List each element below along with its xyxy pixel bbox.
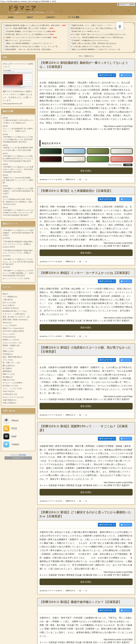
recommendation-thumb[interactable] xyxy=(87,156,109,162)
category-link[interactable]: 半沢直樹(11) xyxy=(3,353,34,356)
news-link[interactable]: 初めての妊娠で喜んでくれるかと思ったら実母が「ふーん、そう」の一言。... xyxy=(3,45,67,48)
category-link[interactable]: Oh,My Dad!!(12) xyxy=(3,336,34,338)
trackback-antenna-icon[interactable] xyxy=(85,179,87,180)
category-link[interactable]: あまちゃん(144) xyxy=(3,301,34,304)
back-to-top-button[interactable] xyxy=(116,22,124,30)
hatena-bookmark-button[interactable]: B!ブックマーク0 xyxy=(98,279,116,283)
category-link[interactable]: 刑事110キロ xyxy=(65,260,75,263)
read-more-button[interactable]: 続きを読む xyxy=(40,578,133,585)
category-link[interactable]: 刑事110キロ xyxy=(65,500,75,502)
category-link[interactable]: 救命病棟24時 第5シリーズ(11) xyxy=(3,310,34,312)
gamerch-ad-badge[interactable]: PR Gamerchゲーム攻略Wiki xyxy=(117,3,135,6)
category-link[interactable]: 鴨、京都へ行く。(10) xyxy=(3,361,34,364)
recent-article-link[interactable]: (09/29)【八重の桜 第39話】今日のは完全にキャラが変わってる【綾瀬はるか… xyxy=(3,116,34,124)
tweet-button[interactable]: ツイート xyxy=(119,197,132,201)
comments-icon[interactable] xyxy=(79,590,81,592)
browser-url[interactable]: http://2chdoramania.seesaa.net/category/… xyxy=(0,0,136,3)
taxel-logo[interactable]: ▲TAXEL xyxy=(123,164,132,166)
category-link[interactable]: 警視庁捜査一課9係 season8(10) xyxy=(3,318,34,321)
hatena-bookmark-button[interactable]: B!ブックマーク0 xyxy=(98,197,116,201)
tweet-button[interactable]: ツイート xyxy=(119,279,132,283)
trackback-antenna-icon[interactable] xyxy=(85,500,87,502)
hatena-bookmark-button[interactable]: B!ブックマーク0 xyxy=(98,523,116,527)
hatena-bookmark-button[interactable]: B!ブックマーク0 xyxy=(98,73,116,77)
category-link[interactable]: SUMMER NUDE(12) xyxy=(3,307,34,310)
news-link[interactable]: 【日向坂46】高瀬愛奈、ガチで人気がジワジワ上がっている模様NEW! xyxy=(3,30,67,33)
tweet-button[interactable]: ツイート xyxy=(119,73,132,77)
nav-item[interactable]: アンテナ速報 xyxy=(66,16,81,18)
nav-item[interactable]: CONTACT xyxy=(45,16,56,18)
category-link[interactable]: 家族ゲーム(10) xyxy=(3,373,34,376)
tweet-button[interactable]: ツイート xyxy=(119,608,132,612)
comments-icon[interactable] xyxy=(79,336,81,337)
category-link[interactable]: みんな！エスパーだよ(12) xyxy=(3,396,34,399)
category-link[interactable]: 孤独のグルメ Season3(13) xyxy=(3,327,34,330)
category-link[interactable]: DOCTORS 2 最強の名医(9) xyxy=(3,330,34,332)
news-scrollbar[interactable]: ▲ ▼ xyxy=(133,23,134,52)
tweet-button[interactable]: ツイート xyxy=(119,523,132,527)
hatena-bookmark-button[interactable]: B!ブックマーク0 xyxy=(98,608,116,612)
recent-article-link[interactable]: (09/27)【NHK連続テレビ小説あまちゃん】遂にあと最終回を残すのみになって… xyxy=(3,152,34,162)
category-link[interactable]: 激流～私を憶えていますか？～(8) xyxy=(3,316,34,318)
news-link[interactable]: ももクロ、9/6(金) 豊洲PIT開催『黒フェス2019』出演決定！...NEW… xyxy=(3,27,67,30)
category-link[interactable]: ショムニ2013(11) xyxy=(3,324,34,327)
category-link[interactable]: 35歳の高校生(11) xyxy=(3,399,34,402)
recent-article-link[interactable]: (09/25)【NHK連続テレビ小説あまちゃん】薬師丸最高や！【9月25日第15… xyxy=(3,185,34,195)
news-link[interactable]: ヒカキンさん、1900万円の腕時計を買うも金属アレルギーで即手放すはめ... xyxy=(69,36,132,39)
category-link[interactable]: ラスト・シンデレラ(10) xyxy=(3,387,34,390)
category-link[interactable]: 刑事110キロ(8) xyxy=(3,378,34,382)
tweet-button[interactable]: ツイート xyxy=(119,358,132,362)
contact-link-twitter[interactable]: Twitter xyxy=(3,442,34,447)
article-source-url[interactable]: http://www.tv-asahi.co.jp/110kg/ xyxy=(40,481,133,484)
recent-comment-link[interactable]: 【半沢直樹 第10話最終回】続編は映画じゃなくドラマにして下さい【堺雅人】by … xyxy=(3,249,34,257)
recent-article-link[interactable]: (09/28)【町医者ジャンボ!! 第13話最終回】棒霊からの流れが酷くてﾜﾛﾀ… xyxy=(3,144,34,152)
article-source-url[interactable]: http://www.tv-asahi.co.jp/110kg/ xyxy=(40,242,133,244)
category-link[interactable]: 雑記(7) xyxy=(3,292,34,295)
moved-site-link[interactable]: www.japandorama.net/ xyxy=(3,102,22,104)
recent-comment-link[interactable]: 【NHK連続テレビ小説あまちゃん】鈴木のバッパの車庫の場面感動した！【9月9日第… xyxy=(3,269,34,280)
news-link[interactable]: ●テレビ朝日・青木理「仮にバカにしたとしてこんなに批判されなきゃいけな... xyxy=(69,33,132,36)
category-link[interactable]: スターマン・この星の恋(11) xyxy=(3,312,34,316)
trackback-antenna-icon[interactable] xyxy=(85,261,87,262)
category-link[interactable]: ガリレオ(11) xyxy=(3,358,34,361)
recent-article-link[interactable]: (09/28)【NHK連続テレビ小説あまちゃん】涙なしだけど綺麗に終わったね【9… xyxy=(3,133,34,143)
category-link[interactable]: 刑事110キロ xyxy=(65,335,75,338)
category-link[interactable]: 遺留捜査(9) xyxy=(3,370,34,373)
tweet-button[interactable]: ツイート xyxy=(119,437,132,440)
article-source-url[interactable]: http://www.tv-asahi.co.jp/110kg/ xyxy=(40,395,133,398)
category-link[interactable]: 雲の階段(10) xyxy=(3,376,34,378)
read-more-button[interactable]: 続きを読む xyxy=(40,168,133,174)
recent-article-link[interactable]: (09/29)【リミット 第12話最終回】何にも解決してない！！！ 【桜庭ななみ… xyxy=(3,125,34,132)
breadcrumb-top-link[interactable]: TOP xyxy=(78,55,82,57)
category-link[interactable]: 空飛ぶ広報室(11) xyxy=(3,402,34,404)
news-link[interactable]: 【愛知トヨタ×SKE48】熊崎晴香の「ハルCarクラブ」がスタート！免... xyxy=(69,48,132,51)
category-link[interactable]: 確証～警視庁捜査3課(11) xyxy=(3,356,34,358)
article-source-url[interactable]: http://www.tv-asahi.co.jp/110kg/ xyxy=(40,638,133,641)
category-link[interactable]: ダブルス～二人の刑事(9) xyxy=(3,382,34,384)
article-source-url[interactable]: http://www.tv-asahi.co.jp/110kg/ xyxy=(40,125,133,128)
recent-article-link[interactable]: (09/26)【NHK連続テレビ小説あまちゃん】鈴鹿が元から上手かったのか？【9… xyxy=(3,163,34,173)
recommendation-thumb[interactable] xyxy=(40,156,62,162)
category-link[interactable]: Woman(12) xyxy=(3,321,34,324)
category-link[interactable]: TAKE FIVE(10) xyxy=(3,390,34,393)
category-link[interactable]: 潜入探偵トカゲ(10) xyxy=(3,384,34,387)
recommendation-thumb[interactable] xyxy=(87,148,109,154)
category-link[interactable]: 斉藤さん2(10) xyxy=(3,350,34,353)
category-link[interactable]: 町医者ジャンボ!!(13) xyxy=(3,338,34,341)
category-link[interactable]: 名もなき毒(12) xyxy=(3,304,34,307)
comments-icon[interactable] xyxy=(79,414,81,416)
hatena-bookmark-button[interactable]: B!ブックマーク0 xyxy=(98,437,116,440)
seesaa-banner[interactable]: powered by Seesaa Seesaaブログ xyxy=(5,453,32,460)
scroll-down-icon[interactable]: ▼ xyxy=(133,50,134,52)
category-link[interactable]: 刑事110キロ xyxy=(65,590,75,592)
category-link[interactable]: 第二楽章(9) xyxy=(3,367,34,370)
recommendation-thumb[interactable] xyxy=(111,148,133,154)
category-link[interactable]: 警部補・矢部謙三2(9) xyxy=(3,344,34,347)
news-link[interactable]: 維新議員の爆弾発言に議場がシーンと静まりかえる珍事が発生 当然の主張を...NE… xyxy=(3,24,67,27)
nav-item[interactable]: ABOUT xyxy=(25,16,35,18)
site-title[interactable]: ドラマニア xyxy=(8,4,37,12)
article-source-url[interactable]: http://www.tv-asahi.co.jp/110kg/ xyxy=(40,316,133,319)
scroll-up-icon[interactable]: ▲ xyxy=(133,23,134,24)
news-link[interactable]: 【5/16終了時】セリーグWARランキング xyxy=(69,30,132,33)
news-link[interactable]: ずっと同じ曲しか聴かないガイジの話しよく耳にするけど xyxy=(69,45,132,48)
